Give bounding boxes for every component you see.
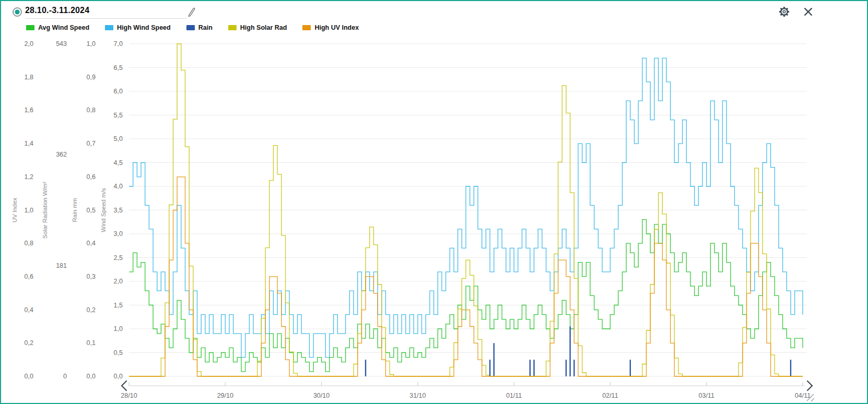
- uv-tick-label: 0,4: [25, 306, 33, 314]
- x-axis-nav: 28/1029/1030/1031/1001/1102/1103/1104/11: [121, 382, 811, 399]
- x-tick-label: 31/10: [409, 392, 426, 399]
- rain-tick-label: 0,7: [87, 140, 96, 147]
- legend-swatch: [26, 25, 34, 30]
- uv-tick-label: 1,4: [25, 140, 33, 147]
- wind-tick-label: 7,0: [114, 40, 123, 47]
- pencil-icon[interactable]: [187, 7, 196, 18]
- legend-item-high-solar-rad[interactable]: High Solar Rad: [228, 24, 287, 31]
- rain-tick-label: 0,0: [87, 373, 96, 380]
- wind-tick-label: 5,5: [114, 112, 123, 119]
- x-tick-label: 29/10: [217, 392, 233, 399]
- chevron-left-icon[interactable]: [122, 381, 126, 390]
- wind-tick-label: 2,5: [114, 254, 123, 262]
- x-tick-label: 03/11: [699, 392, 714, 399]
- legend-item-rain[interactable]: Rain: [186, 24, 213, 31]
- rain-tick-label: 0,8: [87, 106, 96, 114]
- wind-axis: 0,00,51,01,52,02,53,03,54,04,55,05,56,06…: [100, 40, 123, 380]
- uv-tick-label: 1,6: [25, 106, 33, 114]
- legend-item-high-uv-index[interactable]: High UV Index: [302, 24, 359, 31]
- solar-tick-label: 543: [56, 40, 67, 47]
- legend-swatch: [228, 25, 237, 30]
- uv-axis-title: UV Index: [11, 198, 18, 223]
- wind-tick-label: 5,0: [114, 135, 123, 142]
- wind-tick-label: 4,0: [114, 183, 123, 190]
- x-tick-label: 02/11: [602, 392, 618, 399]
- legend: Avg Wind SpeedHigh Wind SpeedRainHigh So…: [26, 24, 374, 31]
- date-underline: [25, 18, 187, 19]
- rain-tick-label: 0,5: [87, 207, 96, 214]
- x-tick-label: 04/11: [795, 392, 811, 399]
- legend-item-high-wind-speed[interactable]: High Wind Speed: [105, 24, 171, 31]
- legend-label: High UV Index: [314, 24, 359, 31]
- y-gridlines: [129, 44, 807, 376]
- wind-tick-label: 4,5: [114, 159, 123, 167]
- uv-tick-label: 0,2: [25, 339, 33, 347]
- wind-tick-label: 3,0: [114, 230, 123, 237]
- x-tick-label: 30/10: [313, 392, 330, 399]
- rain-tick-label: 0,3: [87, 273, 96, 280]
- legend-label: High Solar Rad: [240, 24, 287, 31]
- uv-tick-label: 0,6: [25, 273, 33, 280]
- legend-label: High Wind Speed: [117, 24, 171, 31]
- uv-tick-label: 1,0: [25, 207, 33, 214]
- chevron-right-icon[interactable]: [807, 381, 812, 390]
- close-icon[interactable]: [804, 7, 813, 16]
- rain-tick-label: 0,2: [87, 306, 96, 314]
- weather-chart-window: 28.10.-3.11.2024 Avg Wind SpeedHigh Wind…: [0, 0, 868, 404]
- solar-axis-title: Solar Radiation W/m²: [42, 182, 48, 239]
- wind-tick-label: 0,0: [114, 373, 123, 380]
- wind-tick-label: 1,0: [114, 325, 123, 332]
- rain-tick-label: 0,4: [87, 240, 96, 247]
- legend-label: Avg Wind Speed: [38, 24, 89, 31]
- wind-tick-label: 2,0: [114, 278, 123, 285]
- legend-label: Rain: [198, 24, 213, 31]
- legend-swatch: [105, 25, 113, 30]
- wind-axis-title: Wind Speed m/s: [100, 188, 107, 232]
- wind-tick-label: 3,5: [114, 207, 123, 214]
- rain-axis: 0,00,10,20,30,40,50,60,70,80,91,0Rain mm: [72, 40, 96, 380]
- rain-axis-title: Rain mm: [72, 198, 78, 222]
- date-range-value[interactable]: 28.10.-3.11.2024: [25, 6, 89, 15]
- uv-tick-label: 1,8: [25, 74, 33, 81]
- rain-tick-label: 0,9: [87, 74, 96, 81]
- legend-item-avg-wind-speed[interactable]: Avg Wind Speed: [26, 24, 89, 31]
- legend-swatch: [302, 25, 311, 30]
- solar-tick-label: 362: [56, 151, 67, 158]
- legend-swatch: [186, 25, 195, 30]
- x-tick-label: 28/10: [121, 392, 137, 399]
- uv-tick-label: 1,2: [25, 173, 33, 181]
- wind-tick-label: 6,0: [114, 88, 123, 95]
- x-tick-label: 01/11: [506, 392, 522, 399]
- uv-tick-label: 0,8: [25, 240, 33, 247]
- rain-tick-label: 0,1: [87, 339, 96, 347]
- date-range-radio[interactable]: [12, 7, 22, 17]
- uv-axis: 0,00,20,40,60,81,01,21,41,61,82,0UV Inde…: [11, 40, 33, 380]
- wind-tick-label: 6,5: [114, 64, 123, 72]
- uv-tick-label: 0,0: [25, 373, 33, 380]
- rain-tick-label: 1,0: [87, 40, 96, 47]
- solar-tick-label: 0: [63, 373, 67, 380]
- wind-tick-label: 1,5: [114, 302, 123, 309]
- wind-tick-label: 0,5: [114, 349, 123, 357]
- gear-icon[interactable]: [778, 6, 790, 18]
- uv-tick-label: 2,0: [25, 40, 33, 47]
- solar-axis: 0181362543Solar Radiation W/m²: [42, 40, 67, 380]
- solar-tick-label: 181: [56, 262, 67, 269]
- chart[interactable]: 0,00,20,40,60,81,01,21,41,61,82,0UV Inde…: [1, 34, 868, 404]
- rain-tick-label: 0,6: [87, 173, 96, 181]
